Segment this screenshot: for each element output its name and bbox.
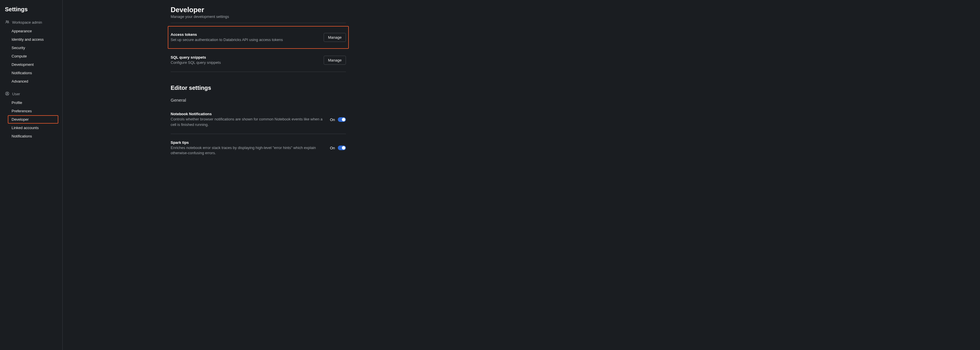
editor-settings-heading: Editor settings: [171, 84, 346, 91]
setting-text: Notebook Notifications Controls whether …: [171, 112, 323, 127]
manage-access-tokens-button[interactable]: Manage: [324, 33, 346, 42]
workspace-admin-icon: [5, 20, 10, 25]
toggle-state-label: On: [330, 146, 335, 150]
divider: [171, 23, 346, 23]
setting-text: SQL query snippets Configure SQL query s…: [171, 55, 317, 65]
setting-title: Notebook Notifications: [171, 112, 323, 116]
main-content: Developer Manage your development settin…: [63, 0, 980, 350]
setting-access-tokens: Access tokens Set up secure authenticati…: [168, 26, 349, 49]
toggle-group: On: [330, 117, 346, 122]
nav-compute[interactable]: Compute: [0, 52, 62, 60]
nav-identity-access[interactable]: Identity and access: [0, 35, 62, 44]
setting-spark-tips: Spark tips Enriches notebook error stack…: [171, 134, 346, 162]
nav-security[interactable]: Security: [0, 44, 62, 52]
setting-notebook-notifications: Notebook Notifications Controls whether …: [171, 105, 346, 134]
setting-title: Access tokens: [171, 32, 317, 37]
toggle-group: On: [330, 146, 346, 150]
svg-point-0: [6, 21, 7, 22]
svg-point-3: [6, 93, 8, 94]
section-header-label: User: [12, 92, 20, 96]
section-workspace-admin: Workspace admin: [0, 18, 62, 27]
toggle-state-label: On: [330, 118, 335, 122]
nav-notifications-ws[interactable]: Notifications: [0, 69, 62, 77]
editor-general-subheading: General: [171, 98, 346, 102]
setting-text: Access tokens Set up secure authenticati…: [171, 32, 317, 43]
setting-title: Spark tips: [171, 140, 323, 145]
nav-notifications-user[interactable]: Notifications: [0, 132, 62, 140]
nav-appearance[interactable]: Appearance: [0, 27, 62, 35]
settings-layout: Settings Workspace admin Appearance Iden…: [0, 0, 980, 350]
svg-point-2: [5, 92, 9, 95]
settings-sidebar: Settings Workspace admin Appearance Iden…: [0, 0, 63, 350]
page-title: Developer: [171, 6, 346, 14]
notebook-notifications-toggle[interactable]: [338, 117, 346, 122]
sidebar-title: Settings: [0, 5, 62, 18]
user-icon: [5, 91, 10, 97]
setting-desc: Configure SQL query snippets: [171, 60, 317, 65]
divider: [171, 72, 346, 72]
section-user: User: [0, 89, 62, 99]
nav-linked-accounts[interactable]: Linked accounts: [0, 124, 62, 132]
spark-tips-toggle[interactable]: [338, 146, 346, 150]
nav-development[interactable]: Development: [0, 60, 62, 69]
page-subtitle: Manage your development settings: [171, 14, 346, 19]
setting-sql-snippets: SQL query snippets Configure SQL query s…: [171, 49, 346, 72]
manage-sql-snippets-button[interactable]: Manage: [324, 56, 346, 65]
section-header-label: Workspace admin: [12, 20, 42, 25]
nav-preferences[interactable]: Preferences: [0, 107, 62, 115]
nav-developer[interactable]: Developer: [8, 115, 58, 124]
setting-desc: Controls whether browser notifications a…: [171, 117, 323, 127]
setting-desc: Enriches notebook error stack traces by …: [171, 145, 323, 156]
content-column: Developer Manage your development settin…: [171, 6, 346, 162]
nav-advanced[interactable]: Advanced: [0, 77, 62, 86]
setting-title: SQL query snippets: [171, 55, 317, 59]
setting-text: Spark tips Enriches notebook error stack…: [171, 140, 323, 156]
nav-profile[interactable]: Profile: [0, 99, 62, 107]
svg-point-1: [8, 21, 9, 22]
setting-desc: Set up secure authentication to Databric…: [171, 37, 317, 43]
